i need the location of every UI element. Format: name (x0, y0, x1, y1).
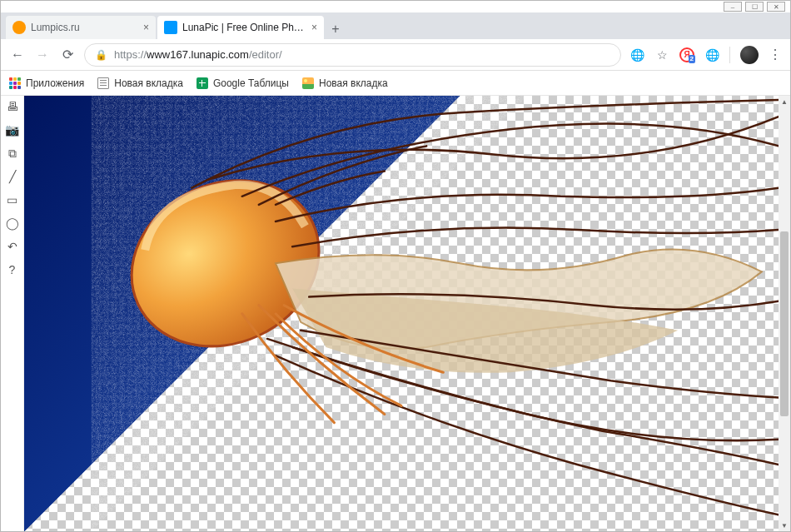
canvas-viewport[interactable] (24, 96, 779, 531)
sheets-icon (197, 77, 208, 89)
close-tab-icon[interactable]: × (143, 22, 149, 33)
extension-icons: 🌐 ☆ Я 2 🌐 ⋮ (629, 46, 782, 64)
url-protocol: https:// (114, 48, 147, 61)
line-tool-icon[interactable]: ╱ (5, 169, 20, 184)
editor-tools-sidebar: 🖶 📷 ⧉ ╱ ▭ ◯ ↶ ? (1, 96, 24, 531)
window-titlebar: – ☐ ✕ (1, 1, 790, 12)
camera-icon[interactable]: 📷 (5, 122, 20, 137)
bookmark-item[interactable]: Google Таблицы (197, 77, 289, 89)
apps-grid-icon (9, 77, 21, 89)
browser-window: – ☐ ✕ Lumpics.ru × LunaPic | Free Online… (0, 0, 791, 532)
document-icon (97, 77, 109, 89)
scroll-down-arrow[interactable]: ▼ (779, 520, 790, 531)
tab-title: Lumpics.ru (31, 22, 80, 33)
url-host: www167.lunapic.com (147, 48, 249, 61)
tab-strip: Lumpics.ru × LunaPic | Free Online Photo… (1, 12, 790, 39)
translate-icon[interactable]: 🌐 (629, 47, 644, 62)
edited-image (24, 96, 779, 531)
minimize-button[interactable]: – (724, 2, 742, 12)
bookmark-label: Google Таблицы (213, 77, 289, 89)
image-icon (302, 77, 314, 89)
favicon-icon (164, 21, 177, 34)
favicon-icon (12, 21, 26, 34)
address-toolbar: ← → ⟳ 🔒 https://www167.lunapic.com/edito… (1, 39, 790, 71)
lock-icon: 🔒 (95, 49, 107, 61)
close-tab-icon[interactable]: × (311, 22, 317, 33)
tab-title: LunaPic | Free Online Photo Edito (182, 22, 306, 33)
scroll-track[interactable] (779, 107, 790, 520)
copy-icon[interactable]: ⧉ (5, 146, 20, 161)
bookmark-item[interactable]: Новая вкладка (302, 77, 388, 89)
url-text: https://www167.lunapic.com/editor/ (114, 48, 282, 61)
address-bar[interactable]: 🔒 https://www167.lunapic.com/editor/ (84, 43, 621, 67)
profile-avatar[interactable] (740, 46, 759, 64)
page-content: 🖶 📷 ⧉ ╱ ▭ ◯ ↶ ? (1, 96, 790, 531)
new-tab-button[interactable]: + (326, 19, 346, 39)
bookmark-item[interactable]: Новая вкладка (97, 77, 183, 89)
url-path: /editor/ (249, 48, 282, 61)
menu-button[interactable]: ⋮ (769, 47, 782, 62)
forward-button[interactable]: → (34, 47, 51, 63)
bookmark-label: Новая вкладка (319, 77, 388, 89)
maximize-button[interactable]: ☐ (745, 2, 764, 12)
apps-shortcut[interactable]: Приложения (9, 77, 84, 89)
back-button[interactable]: ← (9, 47, 26, 63)
bookmark-star-icon[interactable]: ☆ (654, 47, 669, 62)
yandex-extension-icon[interactable]: Я 2 (679, 47, 694, 62)
bookmark-label: Приложения (26, 77, 84, 89)
bookmark-label: Новая вкладка (114, 77, 183, 89)
circle-tool-icon[interactable]: ◯ (5, 216, 20, 231)
separator (729, 47, 730, 63)
scroll-up-arrow[interactable]: ▲ (779, 96, 790, 107)
rect-tool-icon[interactable]: ▭ (5, 192, 20, 207)
badge-count: 2 (689, 55, 695, 63)
globe-extension-icon[interactable]: 🌐 (704, 47, 719, 62)
browser-tab-lumpics[interactable]: Lumpics.ru × (6, 16, 156, 39)
close-window-button[interactable]: ✕ (767, 2, 785, 12)
vertical-scrollbar[interactable]: ▲ ▼ (779, 96, 790, 531)
browser-tab-lunapic[interactable]: LunaPic | Free Online Photo Edito × (157, 16, 324, 39)
help-icon[interactable]: ? (5, 262, 20, 277)
undo-icon[interactable]: ↶ (5, 239, 20, 254)
scroll-thumb[interactable] (780, 231, 789, 417)
reload-button[interactable]: ⟳ (59, 47, 76, 63)
print-icon[interactable]: 🖶 (5, 99, 20, 114)
bookmarks-bar: Приложения Новая вкладка Google Таблицы … (1, 71, 790, 96)
